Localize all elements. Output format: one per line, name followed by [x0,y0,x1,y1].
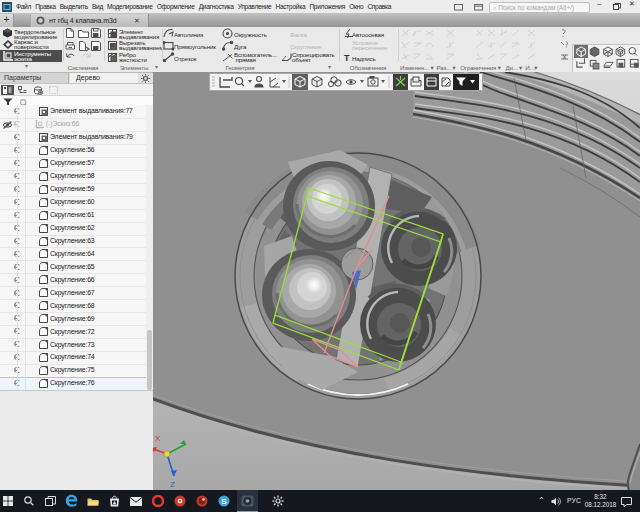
svg-text:S: S [221,497,227,506]
svg-text:Z: Z [170,480,175,489]
svg-text:X: X [155,434,161,443]
